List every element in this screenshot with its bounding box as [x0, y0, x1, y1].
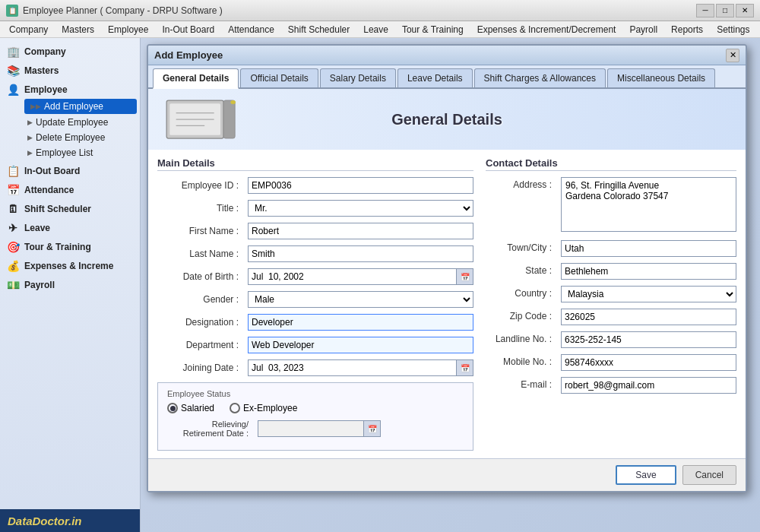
employee-id-row: Employee ID :: [157, 177, 473, 194]
sidebar-item-update-employee[interactable]: ▶ Update Employee: [21, 115, 140, 130]
menu-shift[interactable]: Shift Scheduler: [282, 23, 356, 36]
ex-employee-radio[interactable]: Ex-Employee: [230, 403, 297, 413]
sidebar-item-employee-list[interactable]: ▶ Employee List: [21, 145, 140, 160]
menu-leave[interactable]: Leave: [357, 23, 394, 36]
sidebar-group-inout[interactable]: 📋 In-Out Board: [0, 160, 140, 179]
sidebar-group-leave-label: Leave: [24, 223, 50, 233]
relieving-calendar-button[interactable]: 📅: [364, 420, 381, 437]
sidebar-group-shift-label: Shift Scheduler: [24, 204, 91, 214]
tab-misc[interactable]: Miscellaneous Details: [607, 68, 715, 87]
joining-date-calendar-button[interactable]: 📅: [457, 359, 473, 376]
menu-tour[interactable]: Tour & Training: [396, 23, 470, 36]
employee-id-input[interactable]: [248, 177, 473, 194]
sidebar-group-payroll[interactable]: 💵 Payroll: [0, 274, 140, 293]
company-icon: 🏢: [6, 45, 20, 59]
first-name-input[interactable]: [248, 223, 473, 239]
sidebar-group-masters[interactable]: 📚 Masters: [0, 60, 140, 79]
town-input[interactable]: [561, 240, 736, 257]
landline-input[interactable]: [561, 331, 736, 348]
tour-icon: 🎯: [6, 240, 20, 254]
tab-official[interactable]: Official Details: [240, 68, 318, 87]
maximize-button[interactable]: □: [716, 4, 734, 17]
sidebar-group-expenses[interactable]: 💰 Expenses & Increme: [0, 255, 140, 274]
bottom-bar: DataDoctor.in: [0, 509, 141, 532]
title-select[interactable]: Mr. Mrs. Ms. Dr.: [248, 200, 473, 217]
department-input[interactable]: [248, 337, 473, 353]
sidebar-group-payroll-label: Payroll: [24, 280, 55, 290]
menu-inout[interactable]: In-Out Board: [156, 23, 220, 36]
sidebar-group-company[interactable]: 🏢 Company: [0, 41, 140, 60]
sidebar-group-tour[interactable]: 🎯 Tour & Training: [0, 236, 140, 255]
tab-shift[interactable]: Shift Charges & Allowances: [474, 68, 606, 87]
relieving-row: Relieving/Retirement Date : 📅: [167, 420, 464, 438]
sidebar-group-shift[interactable]: 🗓 Shift Scheduler: [0, 198, 140, 217]
sidebar-item-delete-employee[interactable]: ▶ Delete Employee: [21, 130, 140, 145]
title-label: Title :: [157, 203, 245, 214]
menu-mail[interactable]: Mail: [757, 23, 760, 36]
sidebar-group-leave[interactable]: ✈ Leave: [0, 217, 140, 236]
sidebar-group-employee[interactable]: 👤 Employee: [0, 79, 140, 98]
dob-calendar-button[interactable]: 📅: [457, 268, 473, 285]
last-name-row: Last Name :: [157, 245, 473, 262]
joining-date-label: Joining Date :: [157, 363, 245, 373]
joining-date-row: Joining Date : 📅: [157, 359, 473, 376]
state-label: State :: [486, 263, 558, 276]
joining-date-wrapper: 📅: [248, 359, 473, 376]
cancel-button[interactable]: Cancel: [682, 465, 736, 485]
list-arrow: ▶: [27, 149, 33, 157]
sidebar-group-employee-label: Employee: [24, 84, 68, 95]
country-select[interactable]: Malaysia USA UK India Australia: [561, 286, 736, 302]
dob-label: Date of Birth :: [157, 271, 245, 282]
tab-general[interactable]: General Details: [153, 68, 239, 89]
address-textarea[interactable]: 96, St. Fringilla Avenue Gardena Colorad…: [561, 177, 736, 232]
save-button[interactable]: Save: [616, 465, 676, 485]
employee-list-label: Employee List: [36, 147, 93, 158]
menu-reports[interactable]: Reports: [665, 23, 709, 36]
state-input[interactable]: [561, 263, 736, 280]
employee-icon: 👤: [6, 83, 20, 97]
close-button[interactable]: ✕: [736, 4, 754, 17]
email-input[interactable]: [561, 377, 736, 394]
menu-settings[interactable]: Settings: [711, 23, 755, 36]
tab-leave[interactable]: Leave Details: [397, 68, 473, 87]
designation-input[interactable]: [248, 314, 473, 331]
tab-salary[interactable]: Salary Details: [320, 68, 396, 87]
address-row: Address : 96, St. Fringilla Avenue Garde…: [486, 177, 736, 234]
menu-attendance[interactable]: Attendance: [222, 23, 280, 36]
relieving-date-input[interactable]: [258, 420, 364, 437]
sidebar-group-attendance[interactable]: 📅 Attendance: [0, 179, 140, 198]
add-employee-label: Add Employee: [44, 101, 103, 112]
salaried-label: Salaried: [181, 403, 214, 413]
dialog-close-button[interactable]: ✕: [726, 49, 739, 62]
department-label: Department :: [157, 340, 245, 350]
gender-select[interactable]: Male Female: [248, 291, 473, 308]
update-arrow: ▶: [27, 119, 33, 126]
menu-masters[interactable]: Masters: [55, 23, 100, 36]
app-title: Employee Planner ( Company - DRPU Softwa…: [23, 5, 696, 16]
dob-wrapper: 📅: [248, 268, 473, 285]
delete-arrow: ▶: [27, 134, 33, 141]
state-row: State :: [486, 263, 736, 280]
mobile-input[interactable]: [561, 354, 736, 371]
address-wrapper: 96, St. Fringilla Avenue Gardena Colorad…: [561, 177, 736, 234]
menu-expenses[interactable]: Expenses & Increment/Decrement: [471, 23, 622, 36]
menu-employee[interactable]: Employee: [102, 23, 154, 36]
menu-payroll[interactable]: Payroll: [623, 23, 663, 36]
ex-employee-label: Ex-Employee: [243, 403, 297, 413]
last-name-input[interactable]: [248, 245, 473, 262]
gender-row: Gender : Male Female: [157, 291, 473, 308]
zipcode-input[interactable]: [561, 309, 736, 325]
joining-date-input[interactable]: [248, 359, 457, 376]
employee-sub-menu: ▶▶ Add Employee ▶ Update Employee ▶ Dele…: [0, 99, 140, 160]
sidebar-group-inout-label: In-Out Board: [24, 166, 80, 176]
payroll-icon: 💵: [6, 278, 20, 292]
dob-input[interactable]: [248, 268, 457, 285]
last-name-label: Last Name :: [157, 249, 245, 259]
salaried-radio[interactable]: Salaried: [167, 403, 214, 413]
menu-company[interactable]: Company: [3, 23, 54, 36]
add-employee-arrow: ▶▶: [30, 103, 41, 110]
main-layout: 🏢 Company 📚 Masters 👤 Employee ▶▶ Add Em…: [0, 38, 760, 532]
sidebar-item-add-employee[interactable]: ▶▶ Add Employee: [24, 99, 137, 114]
main-details-section: Main Details Employee ID : Title : Mr. M…: [157, 157, 473, 451]
minimize-button[interactable]: ─: [696, 4, 714, 17]
